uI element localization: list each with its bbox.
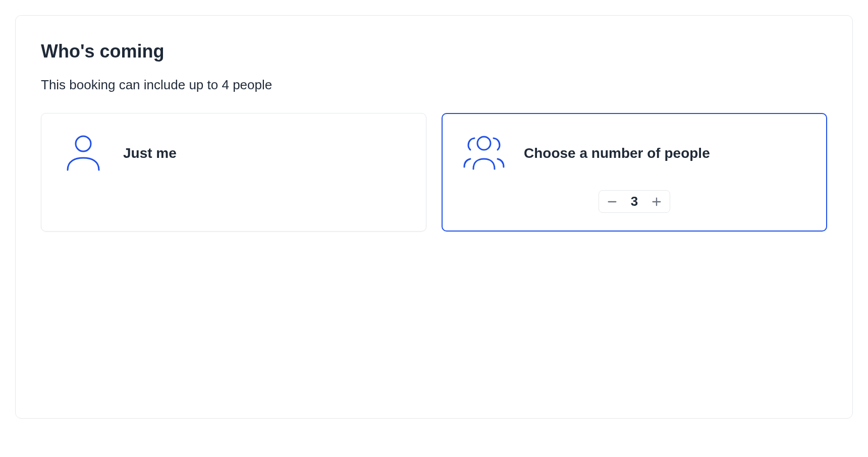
option-choose-number[interactable]: Choose a number of people 3: [442, 113, 827, 232]
person-icon: [62, 132, 105, 175]
svg-point-0: [76, 136, 91, 151]
decrement-button[interactable]: [605, 195, 619, 209]
people-icon: [462, 132, 506, 175]
option-just-me[interactable]: Just me: [41, 113, 426, 232]
whos-coming-panel: Who's coming This booking can include up…: [15, 15, 853, 419]
page-subtitle: This booking can include up to 4 people: [41, 77, 827, 93]
quantity-stepper: 3: [599, 190, 670, 213]
options-row: Just me Choose a number of people: [41, 113, 827, 232]
increment-button[interactable]: [649, 195, 664, 209]
option-just-me-label: Just me: [123, 145, 177, 161]
option-choose-number-label: Choose a number of people: [524, 145, 710, 161]
quantity-value: 3: [629, 194, 639, 209]
page-title: Who's coming: [41, 41, 827, 62]
svg-point-1: [477, 137, 491, 150]
minus-icon: [607, 196, 618, 207]
plus-icon: [651, 196, 662, 207]
